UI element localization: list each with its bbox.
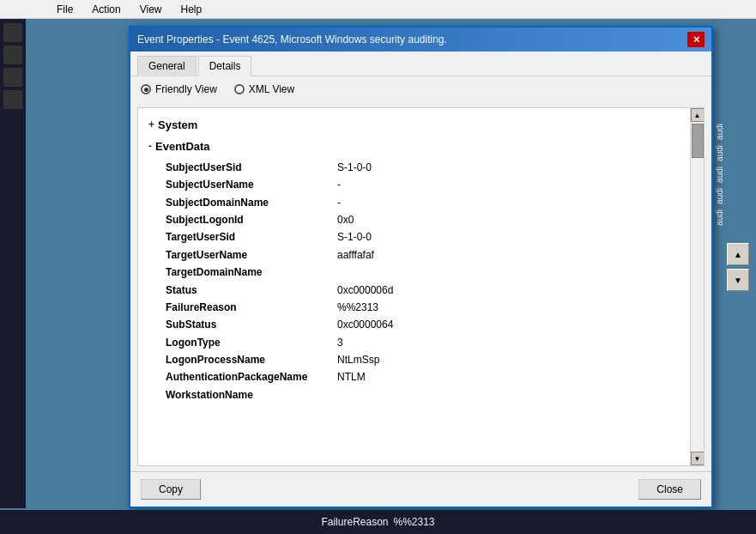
val-SubjectUserSid: S-1-0-0 bbox=[337, 159, 372, 176]
key-FailureReason: FailureReason bbox=[166, 299, 337, 316]
menu-help[interactable]: Help bbox=[176, 2, 208, 17]
side-icon-3 bbox=[3, 68, 22, 87]
table-row: FailureReason %%2313 bbox=[166, 299, 680, 316]
key-SubjectUserName: SubjectUserName bbox=[166, 176, 337, 193]
right-scroll-up-btn[interactable]: ▲ bbox=[727, 243, 749, 265]
scrollbar-thumb[interactable] bbox=[692, 124, 704, 158]
table-row: SubStatus 0xc0000064 bbox=[166, 316, 680, 333]
key-Status: Status bbox=[166, 282, 337, 299]
key-TargetDomainName: TargetDomainName bbox=[166, 264, 337, 281]
menu-action[interactable]: Action bbox=[87, 2, 125, 17]
eventdata-section[interactable]: - EventData bbox=[148, 137, 680, 156]
modal-title: Event Properties - Event 4625, Microsoft… bbox=[137, 33, 447, 46]
status-bar: FailureReason %%2313 bbox=[0, 510, 756, 534]
radio-friendly-view[interactable]: Friendly View bbox=[141, 83, 217, 95]
key-SubjectDomainName: SubjectDomainName bbox=[166, 194, 337, 211]
system-expand: + bbox=[148, 116, 154, 135]
key-SubjectUserSid: SubjectUserSid bbox=[166, 159, 337, 176]
right-scroll-buttons: ▲ ▼ bbox=[727, 243, 749, 291]
key-TargetUserName: TargetUserName bbox=[166, 246, 337, 264]
menu-file[interactable]: File bbox=[51, 2, 78, 17]
side-icon-1 bbox=[3, 23, 22, 42]
eventdata-expand: - bbox=[148, 137, 152, 156]
key-SubjectLogonId: SubjectLogonId bbox=[166, 211, 337, 228]
content-area: + System - EventData SubjectUserSid S-1-… bbox=[137, 107, 705, 466]
val-SubjectUserName: - bbox=[337, 176, 341, 193]
val-TargetUserName: aafffafaf bbox=[337, 246, 374, 264]
val-FailureReason: %%2313 bbox=[337, 299, 378, 316]
modal-close-button[interactable]: ✕ bbox=[687, 32, 705, 47]
key-WorkstationName: WorkstationName bbox=[166, 386, 337, 404]
right-label-3: audi bbox=[713, 165, 756, 185]
key-SubStatus: SubStatus bbox=[166, 316, 337, 333]
radio-xml-view[interactable]: XML View bbox=[234, 83, 294, 95]
right-scroll-down-btn[interactable]: ▼ bbox=[727, 269, 749, 291]
data-rows: SubjectUserSid S-1-0-0 SubjectUserName -… bbox=[166, 159, 680, 404]
menu-view[interactable]: View bbox=[135, 2, 167, 17]
val-SubjectLogonId: 0x0 bbox=[337, 211, 354, 228]
table-row: LogonType 3 bbox=[166, 334, 680, 351]
table-row: TargetUserName aafffafaf bbox=[166, 246, 680, 264]
modal-titlebar: Event Properties - Event 4625, Microsoft… bbox=[130, 27, 711, 52]
val-LogonType: 3 bbox=[337, 334, 343, 351]
radio-bar: Friendly View XML View bbox=[130, 76, 711, 102]
eventdata-section-name: EventData bbox=[155, 137, 210, 156]
tab-details[interactable]: Details bbox=[198, 56, 252, 76]
tree-eventdata: - EventData SubjectUserSid S-1-0-0 Subje… bbox=[148, 137, 680, 404]
scrollbar-track: ▲ ▼ bbox=[690, 108, 704, 465]
menu-bar: File Action View Help bbox=[0, 0, 756, 19]
key-TargetUserSid: TargetUserSid bbox=[166, 228, 337, 246]
side-panel bbox=[0, 19, 26, 508]
table-row: LogonProcessName NtLmSsp bbox=[166, 351, 680, 368]
system-section-name: System bbox=[158, 115, 197, 135]
key-LogonProcessName: LogonProcessName bbox=[166, 351, 337, 368]
val-AuthenticationPackageName: NTLM bbox=[337, 368, 366, 385]
tab-general[interactable]: General bbox=[137, 56, 197, 76]
tab-bar: General Details bbox=[130, 52, 711, 76]
scrollbar-up-btn[interactable]: ▲ bbox=[691, 108, 705, 122]
val-SubjectDomainName: - bbox=[337, 194, 341, 211]
copy-button[interactable]: Copy bbox=[141, 479, 201, 500]
table-row: Status 0xc000006d bbox=[166, 282, 680, 299]
table-row: SubjectLogonId 0x0 bbox=[166, 211, 680, 228]
system-section[interactable]: + System bbox=[148, 115, 680, 135]
table-row: SubjectDomainName - bbox=[166, 194, 680, 211]
right-label-4: audi bbox=[713, 186, 756, 206]
key-AuthenticationPackageName: AuthenticationPackageName bbox=[166, 368, 337, 385]
scrollbar-down-btn[interactable]: ▼ bbox=[691, 452, 705, 465]
right-label-5: audi bbox=[713, 208, 756, 228]
key-LogonType: LogonType bbox=[166, 334, 337, 351]
val-Status: 0xc000006d bbox=[337, 282, 393, 299]
table-row: SubjectUserName - bbox=[166, 176, 680, 193]
status-key: FailureReason bbox=[321, 516, 388, 528]
content-scroll[interactable]: + System - EventData SubjectUserSid S-1-… bbox=[138, 108, 690, 465]
table-row: TargetUserSid S-1-0-0 bbox=[166, 228, 680, 246]
status-value: %%2313 bbox=[394, 516, 435, 528]
tree-system: + System bbox=[148, 115, 680, 135]
val-SubStatus: 0xc0000064 bbox=[337, 316, 393, 333]
radio-friendly-circle bbox=[141, 84, 151, 94]
radio-xml-circle bbox=[234, 84, 245, 94]
button-bar: Copy Close bbox=[130, 471, 711, 507]
side-icon-4 bbox=[3, 90, 22, 109]
val-TargetUserSid: S-1-0-0 bbox=[337, 228, 372, 246]
right-label-1: audi bbox=[713, 122, 756, 142]
table-row: AuthenticationPackageName NTLM bbox=[166, 368, 680, 385]
right-label-2: audi bbox=[713, 143, 756, 163]
side-icon-2 bbox=[3, 46, 22, 64]
table-row: TargetDomainName bbox=[166, 264, 680, 281]
val-LogonProcessName: NtLmSsp bbox=[337, 351, 379, 368]
close-button[interactable]: Close bbox=[638, 479, 701, 500]
table-row: SubjectUserSid S-1-0-0 bbox=[166, 159, 680, 176]
status-item: FailureReason %%2313 bbox=[321, 516, 434, 528]
event-properties-dialog: Event Properties - Event 4625, Microsoft… bbox=[129, 26, 713, 508]
table-row: WorkstationName bbox=[166, 386, 680, 404]
